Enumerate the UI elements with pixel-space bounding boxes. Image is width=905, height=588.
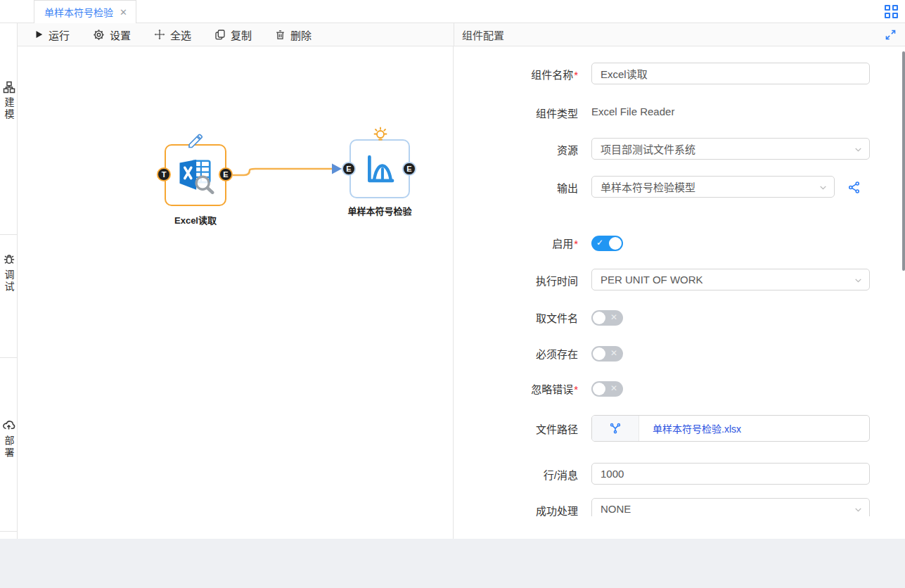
node-label: Excel读取 — [150, 213, 240, 226]
toggle-knob — [593, 383, 605, 395]
chevron-down-icon — [854, 145, 863, 154]
expand-icon[interactable] — [885, 29, 897, 41]
select-all-button[interactable]: 全选 — [154, 27, 191, 42]
field-label-take-filename: 取文件名 — [536, 310, 578, 325]
config-panel-header: 组件配置 — [454, 23, 905, 46]
tab-close-icon[interactable]: ✕ — [120, 7, 127, 18]
tab-label: 单样本符号检验 — [44, 5, 113, 19]
trash-icon — [275, 30, 285, 40]
config-panel-title: 组件配置 — [462, 27, 504, 42]
move-icon — [154, 29, 165, 40]
tab-one-sample-sign-test[interactable]: 单样本符号检验 ✕ — [34, 0, 136, 23]
required-mark: * — [574, 238, 578, 250]
panel-scrollbar[interactable] — [902, 51, 905, 271]
field-label-must-exist: 必须存在 — [536, 346, 578, 361]
chevron-down-icon — [819, 183, 828, 192]
ignore-error-toggle[interactable]: ✕ — [591, 381, 623, 397]
file-path-control: 单样本符号检验.xlsx — [591, 415, 870, 442]
must-exist-toggle[interactable]: ✕ — [591, 346, 623, 362]
node-excel-reader[interactable] — [165, 144, 226, 206]
exec-time-select[interactable]: PER UNIT OF WORK — [591, 269, 870, 290]
sidebar-item-deploy[interactable]: 部署 — [0, 418, 18, 459]
port-e-out2[interactable]: E — [402, 162, 416, 176]
left-nav-rail: 建模 调试 部署 — [0, 23, 18, 539]
gear-icon — [93, 29, 105, 41]
clipped-row: NONE — [591, 498, 871, 516]
output-select[interactable]: 单样本符号检验模型 — [591, 176, 835, 198]
field-label-name: 组件名称* — [531, 67, 578, 82]
copy-icon — [214, 29, 226, 40]
sidebar-label: 调试 — [2, 269, 16, 293]
toggle-knob — [609, 237, 622, 250]
field-label-file-path: 文件路径 — [536, 421, 578, 436]
copy-button[interactable]: 复制 — [214, 27, 252, 42]
lightbulb-icon — [372, 125, 389, 142]
field-label-rows-per-msg: 行/消息 — [544, 467, 578, 482]
canvas-toolbar: 运行 设置 全选 复制 — [18, 23, 454, 46]
rows-per-msg-input[interactable] — [591, 463, 870, 485]
connection-arrowhead-icon — [332, 164, 342, 174]
node-label: 单样本符号检验 — [323, 204, 436, 217]
component-type-value: Excel File Reader — [591, 106, 674, 117]
required-mark: * — [574, 69, 578, 81]
port-t[interactable]: T — [157, 167, 171, 181]
toggle-knob — [593, 312, 605, 324]
run-button[interactable]: 运行 — [34, 27, 70, 42]
check-icon: ✓ — [596, 238, 603, 248]
file-path-link[interactable]: 单样本符号检验.xlsx — [653, 421, 741, 435]
field-label-exec-time: 执行时间 — [536, 273, 578, 288]
config-panel-body: 组件名称* 组件类型 Excel File Reader 资源 项目部测试文件系… — [454, 46, 905, 539]
app-surface: 单样本符号检验 ✕ 运行 设置 — [0, 0, 905, 539]
resource-select[interactable]: 项目部测试文件系统 — [591, 138, 870, 160]
field-label-success-handling: 成功处理 — [536, 503, 578, 518]
pencil-icon — [187, 132, 204, 149]
chevron-down-icon — [854, 505, 863, 514]
sidebar-divider — [0, 531, 18, 532]
cloud-upload-icon — [2, 418, 15, 432]
port-e-out[interactable]: E — [219, 167, 233, 181]
field-label-resource: 资源 — [557, 142, 578, 157]
node-sign-test[interactable] — [349, 139, 410, 198]
sidebar-item-modeling[interactable]: 建模 — [0, 81, 18, 121]
sitemap-icon — [3, 81, 15, 94]
required-mark: * — [574, 383, 578, 395]
branch-y-icon — [609, 422, 622, 435]
tab-bar: 单样本符号检验 ✕ — [0, 0, 905, 23]
field-label-output: 输出 — [557, 180, 578, 195]
sidebar-divider — [0, 357, 18, 358]
workflow-canvas[interactable]: T E Excel读取 E E — [18, 46, 454, 539]
distribution-chart-icon — [361, 150, 399, 188]
branch-variable-button[interactable] — [592, 416, 639, 441]
excel-reader-icon — [176, 156, 214, 194]
field-label-ignore-error: 忽略错误* — [531, 381, 578, 396]
sidebar-label: 部署 — [2, 435, 16, 459]
play-icon — [34, 30, 44, 39]
component-name-input[interactable] — [591, 63, 870, 84]
delete-button[interactable]: 删除 — [275, 27, 312, 42]
settings-button[interactable]: 设置 — [93, 27, 131, 42]
take-filename-toggle[interactable]: ✕ — [591, 310, 623, 326]
success-handling-select[interactable]: NONE — [591, 498, 870, 516]
node-connection — [18, 46, 454, 539]
sidebar-label: 建模 — [2, 97, 16, 121]
port-e-in[interactable]: E — [342, 162, 356, 176]
x-icon: ✕ — [610, 312, 617, 322]
toggle-knob — [593, 347, 605, 360]
share-icon[interactable] — [847, 181, 861, 194]
x-icon: ✕ — [610, 383, 617, 393]
field-label-enable: 启用* — [552, 236, 578, 250]
field-label-type: 组件类型 — [536, 106, 578, 120]
chevron-down-icon — [854, 276, 863, 285]
app-window: 单样本符号检验 ✕ 运行 设置 — [0, 0, 905, 588]
bug-icon — [3, 253, 15, 266]
sidebar-divider — [0, 234, 18, 235]
sidebar-item-debug[interactable]: 调试 — [0, 253, 18, 293]
enable-toggle[interactable]: ✓ — [591, 236, 623, 251]
x-icon: ✕ — [610, 348, 617, 358]
apps-grid-icon[interactable] — [885, 5, 899, 19]
